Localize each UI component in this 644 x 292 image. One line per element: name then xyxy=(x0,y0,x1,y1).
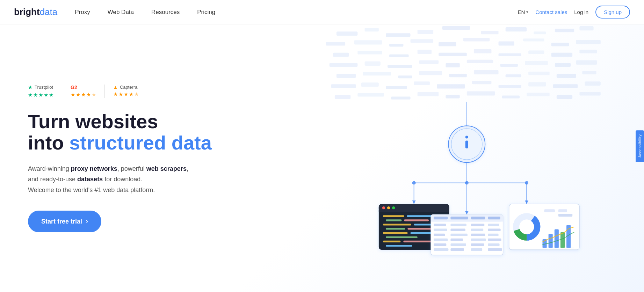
headline-line2-black: into xyxy=(28,132,69,154)
svg-point-90 xyxy=(382,206,385,209)
svg-rect-105 xyxy=(404,241,432,242)
g2-icon: G2 xyxy=(71,85,77,90)
illustration-svg xyxy=(290,24,644,292)
bold-proxy-networks: proxy networks xyxy=(71,165,117,172)
svg-rect-101 xyxy=(383,232,408,234)
svg-point-91 xyxy=(387,206,390,209)
accessibility-label: Accessibility xyxy=(638,134,642,158)
svg-rect-1 xyxy=(365,28,379,31)
svg-rect-37 xyxy=(525,61,548,65)
svg-rect-94 xyxy=(407,215,439,217)
svg-rect-5 xyxy=(481,31,498,34)
svg-rect-113 xyxy=(488,217,500,219)
trustpilot-brand: ★ Trustpilot xyxy=(28,84,53,90)
svg-rect-58 xyxy=(553,84,578,88)
svg-rect-14 xyxy=(439,42,456,46)
headline-line2-blue: structured data xyxy=(69,132,212,154)
svg-rect-27 xyxy=(529,51,544,54)
svg-rect-21 xyxy=(358,51,383,54)
svg-rect-124 xyxy=(471,234,485,236)
svg-rect-32 xyxy=(388,65,412,68)
svg-rect-128 xyxy=(471,239,486,241)
login-button[interactable]: Log in xyxy=(574,9,588,15)
navbar-left: bright data Proxy Web Data Resources Pri… xyxy=(14,7,215,17)
svg-rect-111 xyxy=(451,217,468,219)
nav-pricing[interactable]: Pricing xyxy=(197,9,215,16)
svg-rect-49 xyxy=(583,71,596,74)
svg-rect-112 xyxy=(471,217,485,219)
lang-label: EN xyxy=(518,9,525,15)
hero-headline: Turn websites into structured data xyxy=(28,111,224,154)
svg-rect-35 xyxy=(467,60,493,63)
hero-subtext: Award-winning proxy networks, powerful w… xyxy=(28,163,210,196)
svg-rect-46 xyxy=(506,74,521,77)
svg-rect-100 xyxy=(408,228,436,230)
svg-rect-18 xyxy=(551,43,569,46)
star-2: ★ xyxy=(118,91,123,97)
trustpilot-rating: ★ Trustpilot ★ ★ ★ ★ ★ xyxy=(28,84,62,98)
logo[interactable]: bright data xyxy=(14,7,57,17)
svg-rect-20 xyxy=(333,53,349,57)
svg-rect-56 xyxy=(499,85,522,88)
svg-rect-116 xyxy=(471,224,484,226)
svg-rect-107 xyxy=(431,214,503,255)
svg-rect-28 xyxy=(551,53,572,57)
trustpilot-label: Trustpilot xyxy=(35,85,53,90)
svg-rect-129 xyxy=(488,239,501,241)
svg-rect-19 xyxy=(576,40,601,44)
signup-button[interactable]: Sign up xyxy=(595,6,630,19)
language-selector[interactable]: EN ▾ xyxy=(518,9,529,15)
svg-rect-136 xyxy=(471,248,482,251)
accessibility-tab[interactable]: Accessibility xyxy=(636,130,644,162)
svg-rect-10 xyxy=(326,42,345,45)
svg-rect-89 xyxy=(379,210,449,212)
capterra-stars: ★ ★ ★ ★ ★ xyxy=(113,91,139,97)
hero-illustration xyxy=(290,24,644,292)
headline-line1: Turn websites xyxy=(28,110,158,132)
nav-resources[interactable]: Resources xyxy=(151,9,180,16)
svg-point-73 xyxy=(465,136,468,138)
hero-content: ★ Trustpilot ★ ★ ★ ★ ★ G2 ★ ★ ★ xyxy=(28,84,224,233)
svg-rect-145 xyxy=(560,232,565,248)
star-3: ★ xyxy=(81,92,86,98)
svg-rect-88 xyxy=(379,204,449,212)
star-5: ★ xyxy=(134,91,139,97)
svg-rect-127 xyxy=(451,239,463,241)
svg-rect-42 xyxy=(398,75,412,78)
svg-rect-126 xyxy=(434,239,448,241)
svg-rect-45 xyxy=(474,70,499,74)
svg-rect-4 xyxy=(442,26,471,30)
logo-data: data xyxy=(40,7,58,17)
capterra-rating: ▲ Capterra ★ ★ ★ ★ ★ xyxy=(113,85,139,97)
star-3: ★ xyxy=(38,92,43,98)
nav-web-data[interactable]: Web Data xyxy=(108,9,134,16)
bold-datasets: datasets xyxy=(77,176,103,183)
svg-marker-86 xyxy=(525,200,528,204)
svg-rect-119 xyxy=(451,229,465,231)
svg-point-139 xyxy=(516,216,537,237)
svg-rect-144 xyxy=(555,229,559,248)
ratings-row: ★ Trustpilot ★ ★ ★ ★ ★ G2 ★ ★ ★ xyxy=(28,84,224,98)
svg-rect-13 xyxy=(411,39,434,43)
svg-rect-120 xyxy=(471,229,483,231)
svg-point-92 xyxy=(392,206,395,209)
svg-rect-39 xyxy=(576,60,597,65)
chevron-down-icon: ▾ xyxy=(526,10,528,14)
svg-rect-0 xyxy=(337,31,357,36)
svg-rect-106 xyxy=(386,245,412,247)
svg-rect-74 xyxy=(465,141,468,148)
star-4: ★ xyxy=(129,91,133,97)
trustpilot-icon: ★ xyxy=(28,84,32,90)
svg-rect-57 xyxy=(529,82,546,86)
svg-point-79 xyxy=(465,181,469,185)
svg-rect-98 xyxy=(414,224,433,225)
svg-rect-34 xyxy=(446,63,460,67)
navbar-right: EN ▾ Contact sales Log in Sign up xyxy=(518,6,630,19)
svg-rect-95 xyxy=(386,219,401,221)
start-free-trial-button[interactable]: Start free trial › xyxy=(28,211,101,232)
nav-proxy[interactable]: Proxy xyxy=(75,9,90,16)
contact-sales-link[interactable]: Contact sales xyxy=(535,9,567,15)
svg-rect-60 xyxy=(335,95,350,99)
svg-rect-61 xyxy=(358,93,384,97)
svg-rect-55 xyxy=(472,81,491,84)
